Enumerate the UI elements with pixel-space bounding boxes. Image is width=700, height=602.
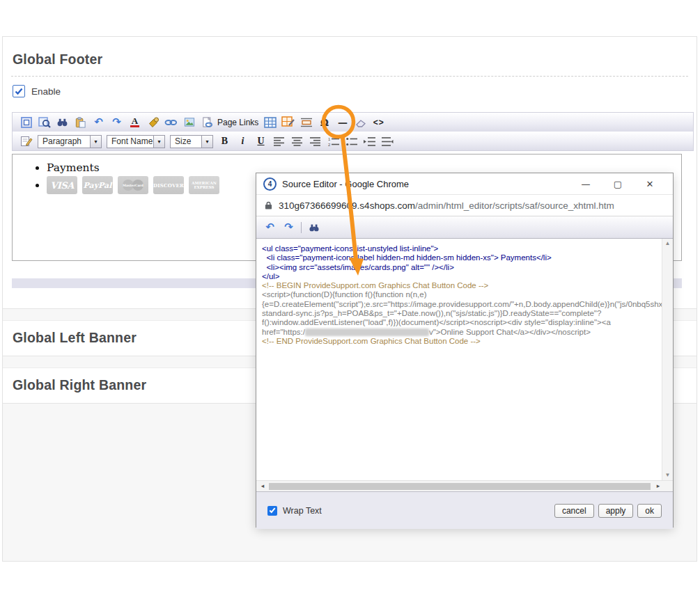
background-color-icon[interactable]: [146, 116, 160, 129]
url-domain: 310g67366699609.s4shops.com: [279, 200, 415, 211]
code-line: standard-sync.js?ps_h=POAB&ps_t="+Date.n…: [262, 309, 660, 318]
outdent-icon[interactable]: [381, 134, 394, 148]
source-editor-toolbar: ↶ ↷: [256, 216, 673, 239]
scrollbar-thumb[interactable]: [269, 483, 651, 490]
wrap-text-checkbox[interactable]: [267, 506, 277, 516]
font-name-select[interactable]: Font Name ▾: [107, 135, 165, 148]
enable-checkbox[interactable]: [13, 85, 25, 97]
url-path: /admin/html_editor/scripts/saf/source_xh…: [415, 200, 614, 211]
underline-button[interactable]: U: [254, 134, 267, 148]
mastercard-card-icon: MasterCard: [118, 176, 148, 194]
code-line: href="https:/v">Online Support Chat</a><…: [262, 328, 660, 337]
dialog-buttons: cancel apply ok: [554, 504, 662, 518]
minimize-button[interactable]: —: [570, 179, 602, 189]
code-line: <!-- BEGIN ProvideSupport.com Graphics C…: [262, 281, 660, 290]
url-text: 310g67366699609.s4shops.com/admin/html_e…: [279, 200, 614, 211]
page-links-icon[interactable]: [201, 116, 214, 129]
code-content[interactable]: <ul class="payment-icons list-unstyled l…: [256, 239, 662, 480]
link-icon[interactable]: [164, 116, 178, 129]
wrap-text-label: Wrap Text: [283, 506, 554, 516]
preview-icon[interactable]: [38, 116, 51, 129]
toolbar-separator: [301, 222, 302, 233]
check-icon: [15, 88, 23, 95]
window-title: Source Editor - Google Chrome: [282, 179, 570, 189]
code-line: {e=D.createElement("script");e.src="http…: [262, 300, 660, 309]
scroll-right-icon[interactable]: ▸: [653, 481, 663, 491]
align-right-icon[interactable]: [309, 134, 322, 148]
bold-button[interactable]: B: [218, 134, 231, 148]
table-icon[interactable]: [263, 116, 277, 129]
horizontal-scrollbar[interactable]: ◂ ▸: [256, 480, 673, 491]
edit-table-icon[interactable]: [281, 116, 295, 129]
image-icon[interactable]: [182, 116, 196, 129]
visa-card-icon: VISA: [47, 176, 77, 194]
paste-icon[interactable]: [74, 116, 87, 129]
redo-icon[interactable]: ↷: [282, 221, 295, 235]
discover-card-icon: DISCOVER: [153, 176, 184, 194]
edit-document-icon[interactable]: [20, 134, 33, 148]
enable-row: Enable: [13, 85, 61, 97]
source-code-icon[interactable]: <>: [372, 116, 385, 129]
close-button[interactable]: ✕: [634, 179, 666, 189]
code-line: <script>(function(D){function f(){functi…: [262, 290, 660, 299]
bullet-list-icon[interactable]: [345, 134, 358, 148]
apply-button[interactable]: apply: [598, 504, 634, 518]
find-icon[interactable]: [56, 116, 69, 129]
divider: [11, 76, 688, 77]
chevron-down-icon: ▾: [201, 136, 212, 148]
chevron-down-icon: ▾: [153, 136, 164, 148]
check-icon: [269, 507, 276, 514]
amex-card-icon: AMERICAN EXPRESS: [189, 176, 219, 194]
align-left-icon[interactable]: [272, 134, 286, 148]
toolbar-row-1: ↶ ↷ A Page Links: [13, 113, 693, 132]
redacted-text: [305, 328, 429, 336]
eraser-icon[interactable]: [354, 116, 367, 129]
code-line: f():window.addEventListener("load",f)})(…: [262, 318, 660, 327]
lock-icon: [265, 200, 272, 210]
special-character-icon[interactable]: Ω: [318, 116, 331, 129]
code-editor[interactable]: <ul class="payment-icons list-unstyled l…: [256, 239, 673, 480]
insert-div-icon[interactable]: [300, 116, 313, 129]
scroll-left-icon[interactable]: ◂: [258, 481, 267, 491]
numbered-list-icon[interactable]: 12: [327, 134, 340, 148]
svg-text:2: 2: [328, 143, 331, 146]
undo-icon[interactable]: ↶: [92, 116, 105, 129]
window-title-bar[interactable]: 4 Source Editor - Google Chrome — ▢ ✕: [256, 173, 673, 195]
source-editor-window: 4 Source Editor - Google Chrome — ▢ ✕ 31…: [256, 173, 674, 528]
align-center-icon[interactable]: [290, 134, 304, 148]
horizontal-rule-icon[interactable]: —: [336, 116, 349, 129]
paragraph-select[interactable]: Paragraph ▾: [38, 135, 102, 148]
cancel-button[interactable]: cancel: [554, 504, 594, 518]
code-line: <ul class="payment-icons list-unstyled l…: [262, 244, 660, 253]
find-icon[interactable]: [307, 221, 320, 235]
address-bar[interactable]: 310g67366699609.s4shops.com/admin/html_e…: [256, 195, 673, 216]
code-line: <li class="payment-icons-label hidden-md…: [262, 253, 660, 262]
font-size-select[interactable]: Size ▾: [170, 135, 213, 148]
dialog-footer: Wrap Text cancel apply ok: [256, 491, 673, 529]
global-left-banner-title: Global Left Banner: [13, 330, 137, 346]
enable-label: Enable: [31, 86, 61, 97]
indent-icon[interactable]: [363, 134, 376, 148]
scroll-up-icon[interactable]: ▲: [662, 239, 673, 248]
paypal-card-icon: PayPal: [82, 176, 113, 194]
ok-button[interactable]: ok: [637, 504, 662, 518]
vertical-scrollbar[interactable]: ▲ ▼: [662, 239, 673, 480]
undo-icon[interactable]: ↶: [263, 221, 277, 235]
italic-button[interactable]: i: [236, 134, 249, 148]
code-line: <!-- END ProvideSupport.com Graphics Cha…: [262, 337, 660, 346]
chrome-favicon-icon: 4: [263, 177, 277, 191]
fullscreen-icon[interactable]: [20, 116, 33, 129]
page-links-label[interactable]: Page Links: [217, 118, 258, 127]
editor-toolbar: ↶ ↷ A Page Links: [12, 112, 694, 151]
svg-text:1: 1: [328, 137, 331, 141]
scroll-down-icon[interactable]: ▼: [662, 470, 673, 480]
font-color-icon[interactable]: A: [128, 116, 141, 129]
code-line: <li><img src="assets/images/cards.png" a…: [262, 263, 660, 272]
maximize-button[interactable]: ▢: [602, 179, 634, 189]
code-line: </ul>: [262, 272, 660, 281]
toolbar-row-2: Paragraph ▾ Font Name ▾ Size ▾ B i U: [13, 132, 693, 150]
global-right-banner-title: Global Right Banner: [13, 377, 146, 393]
redo-icon[interactable]: ↷: [110, 116, 123, 129]
chevron-down-icon: ▾: [90, 136, 101, 148]
global-footer-title: Global Footer: [13, 52, 102, 68]
